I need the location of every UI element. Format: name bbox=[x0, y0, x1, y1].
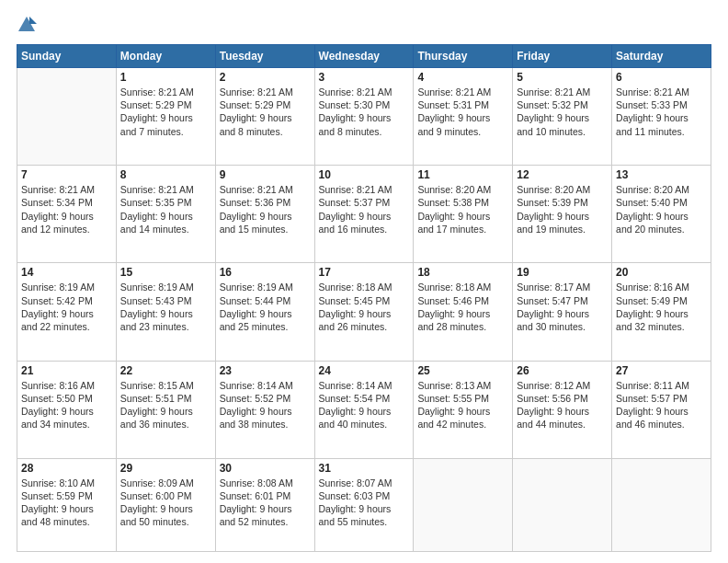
cell-line: Daylight: 9 hours bbox=[120, 405, 211, 418]
calendar-cell: 4Sunrise: 8:21 AMSunset: 5:31 PMDaylight… bbox=[414, 68, 513, 166]
cell-line: and 46 minutes. bbox=[616, 418, 707, 431]
cell-line: Sunrise: 8:20 AM bbox=[616, 183, 707, 196]
cell-line: Sunset: 5:32 PM bbox=[517, 98, 608, 111]
calendar-cell bbox=[17, 68, 117, 166]
cell-line: Sunset: 5:49 PM bbox=[616, 294, 707, 307]
cell-line: Daylight: 9 hours bbox=[220, 405, 311, 418]
cell-line: Daylight: 9 hours bbox=[417, 405, 508, 418]
calendar-cell bbox=[513, 458, 612, 551]
calendar-cell: 22Sunrise: 8:15 AMSunset: 5:51 PMDayligh… bbox=[116, 361, 215, 458]
header-day: Friday bbox=[513, 45, 612, 68]
calendar-cell: 10Sunrise: 8:21 AMSunset: 5:37 PMDayligh… bbox=[314, 166, 414, 263]
cell-line: Daylight: 9 hours bbox=[319, 307, 410, 320]
cell-line: Sunrise: 8:21 AM bbox=[319, 183, 410, 196]
cell-line: Sunrise: 8:21 AM bbox=[120, 183, 211, 196]
cell-line: Daylight: 9 hours bbox=[220, 210, 311, 223]
calendar-cell: 19Sunrise: 8:17 AMSunset: 5:47 PMDayligh… bbox=[513, 263, 612, 361]
header-day: Monday bbox=[116, 45, 215, 68]
cell-line: and 40 minutes. bbox=[319, 418, 410, 431]
cell-line: and 7 minutes. bbox=[120, 125, 211, 138]
cell-line: Daylight: 9 hours bbox=[417, 307, 508, 320]
cell-line: and 8 minutes. bbox=[319, 125, 410, 138]
cell-line: Sunrise: 8:14 AM bbox=[220, 379, 311, 392]
cell-line: and 9 minutes. bbox=[417, 125, 508, 138]
cell-line: Sunset: 5:34 PM bbox=[21, 196, 112, 209]
cell-line: Sunset: 5:44 PM bbox=[220, 294, 311, 307]
cell-line: Sunrise: 8:13 AM bbox=[417, 379, 508, 392]
day-number: 7 bbox=[21, 168, 112, 181]
calendar-cell: 26Sunrise: 8:12 AMSunset: 5:56 PMDayligh… bbox=[513, 361, 612, 458]
cell-line: Sunset: 5:39 PM bbox=[517, 196, 608, 209]
cell-line: Sunrise: 8:16 AM bbox=[616, 281, 707, 293]
calendar-cell: 24Sunrise: 8:14 AMSunset: 5:54 PMDayligh… bbox=[314, 361, 414, 458]
cell-line: Daylight: 9 hours bbox=[21, 210, 112, 223]
cell-line: Sunset: 6:03 PM bbox=[319, 489, 410, 502]
cell-line: Sunset: 5:36 PM bbox=[220, 196, 311, 209]
cell-line: Sunset: 5:30 PM bbox=[319, 98, 410, 111]
day-number: 21 bbox=[21, 364, 112, 377]
cell-line: Daylight: 9 hours bbox=[616, 405, 707, 418]
cell-line: Sunrise: 8:20 AM bbox=[517, 183, 608, 196]
day-number: 4 bbox=[417, 71, 508, 84]
cell-line: Sunset: 5:45 PM bbox=[319, 294, 410, 307]
cell-line: and 12 minutes. bbox=[21, 223, 112, 236]
cell-line: and 32 minutes. bbox=[616, 320, 707, 333]
cell-line: Sunset: 5:54 PM bbox=[319, 392, 410, 405]
cell-line: and 42 minutes. bbox=[417, 418, 508, 431]
cell-line: and 17 minutes. bbox=[417, 223, 508, 236]
cell-line: Sunset: 5:29 PM bbox=[120, 98, 211, 111]
cell-line: Daylight: 9 hours bbox=[220, 502, 311, 515]
cell-line: Daylight: 9 hours bbox=[21, 307, 112, 320]
cell-line: and 44 minutes. bbox=[517, 418, 608, 431]
cell-line: and 16 minutes. bbox=[319, 223, 410, 236]
cell-line: Sunrise: 8:21 AM bbox=[220, 183, 311, 196]
day-number: 12 bbox=[517, 168, 608, 181]
cell-line: Daylight: 9 hours bbox=[319, 111, 410, 124]
cell-line: Daylight: 9 hours bbox=[220, 111, 311, 124]
cell-line: Sunset: 5:50 PM bbox=[21, 392, 112, 405]
day-number: 11 bbox=[417, 168, 508, 181]
day-number: 23 bbox=[220, 364, 311, 377]
cell-line: and 48 minutes. bbox=[21, 515, 112, 528]
calendar-cell: 12Sunrise: 8:20 AMSunset: 5:39 PMDayligh… bbox=[513, 166, 612, 263]
calendar-cell: 17Sunrise: 8:18 AMSunset: 5:45 PMDayligh… bbox=[314, 263, 414, 361]
day-number: 17 bbox=[319, 266, 410, 279]
calendar-cell: 27Sunrise: 8:11 AMSunset: 5:57 PMDayligh… bbox=[612, 361, 711, 458]
cell-line: Sunrise: 8:14 AM bbox=[319, 379, 410, 392]
header bbox=[17, 15, 711, 35]
cell-line: and 38 minutes. bbox=[220, 418, 311, 431]
cell-line: Sunrise: 8:19 AM bbox=[220, 281, 311, 293]
header-day: Tuesday bbox=[215, 45, 314, 68]
calendar-cell: 9Sunrise: 8:21 AMSunset: 5:36 PMDaylight… bbox=[215, 166, 314, 263]
calendar-cell: 13Sunrise: 8:20 AMSunset: 5:40 PMDayligh… bbox=[612, 166, 711, 263]
cell-line: Sunrise: 8:10 AM bbox=[21, 477, 112, 489]
cell-line: Daylight: 9 hours bbox=[417, 111, 508, 124]
header-day: Thursday bbox=[414, 45, 513, 68]
cell-line: and 23 minutes. bbox=[120, 320, 211, 333]
cell-line: Daylight: 9 hours bbox=[319, 210, 410, 223]
cell-line: Sunrise: 8:21 AM bbox=[220, 86, 311, 98]
calendar-cell: 18Sunrise: 8:18 AMSunset: 5:46 PMDayligh… bbox=[414, 263, 513, 361]
day-number: 19 bbox=[517, 266, 608, 279]
cell-line: Daylight: 9 hours bbox=[616, 210, 707, 223]
cell-line: Sunset: 5:42 PM bbox=[21, 294, 112, 307]
cell-line: Sunrise: 8:21 AM bbox=[517, 86, 608, 98]
page: SundayMondayTuesdayWednesdayThursdayFrid… bbox=[0, 0, 728, 563]
day-number: 2 bbox=[220, 71, 311, 84]
svg-marker-1 bbox=[29, 17, 37, 24]
cell-line: Sunrise: 8:15 AM bbox=[120, 379, 211, 392]
cell-line: Sunset: 5:46 PM bbox=[417, 294, 508, 307]
day-number: 1 bbox=[120, 71, 211, 84]
calendar-cell: 2Sunrise: 8:21 AMSunset: 5:29 PMDaylight… bbox=[215, 68, 314, 166]
calendar-cell: 21Sunrise: 8:16 AMSunset: 5:50 PMDayligh… bbox=[17, 361, 117, 458]
cell-line: Daylight: 9 hours bbox=[517, 111, 608, 124]
day-number: 6 bbox=[616, 71, 707, 84]
calendar-cell: 30Sunrise: 8:08 AMSunset: 6:01 PMDayligh… bbox=[215, 458, 314, 551]
day-number: 31 bbox=[319, 462, 410, 475]
cell-line: Daylight: 9 hours bbox=[21, 405, 112, 418]
day-number: 9 bbox=[220, 168, 311, 181]
calendar-cell: 7Sunrise: 8:21 AMSunset: 5:34 PMDaylight… bbox=[17, 166, 117, 263]
day-number: 15 bbox=[120, 266, 211, 279]
day-number: 5 bbox=[517, 71, 608, 84]
day-number: 18 bbox=[417, 266, 508, 279]
